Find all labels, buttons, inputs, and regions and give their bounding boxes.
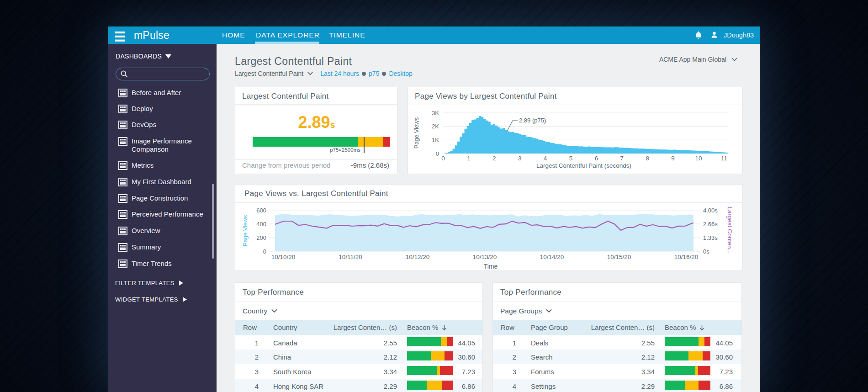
svg-text:Time: Time [484, 263, 498, 270]
svg-text:0: 0 [441, 155, 445, 162]
svg-text:9: 9 [671, 155, 675, 162]
svg-text:2: 2 [492, 155, 496, 162]
svg-text:Page Views: Page Views [242, 215, 249, 246]
svg-text:0: 0 [436, 150, 439, 157]
svg-text:10/15/20: 10/15/20 [607, 254, 631, 260]
svg-text:3: 3 [518, 155, 522, 162]
svg-text:10/11/20: 10/11/20 [339, 254, 362, 260]
svg-text:2K: 2K [432, 123, 439, 130]
svg-text:10: 10 [695, 155, 702, 162]
svg-text:1K: 1K [432, 137, 439, 143]
svg-text:10/14/20: 10/14/20 [540, 254, 564, 260]
svg-text:10/12/20: 10/12/20 [406, 254, 430, 260]
svg-text:10/13/20: 10/13/20 [473, 254, 497, 260]
svg-text:600: 600 [256, 207, 266, 214]
svg-text:10/10/20: 10/10/20 [271, 254, 296, 260]
svg-text:8: 8 [646, 155, 649, 162]
svg-text:6: 6 [595, 155, 598, 162]
svg-text:4: 4 [544, 155, 547, 162]
svg-text:Largest Conten...: Largest Conten... [726, 207, 733, 254]
svg-text:2.66s: 2.66s [703, 221, 718, 228]
svg-text:1: 1 [467, 155, 471, 162]
svg-text:1.33s: 1.33s [703, 234, 718, 241]
svg-text:400: 400 [256, 221, 266, 228]
svg-text:0: 0 [263, 248, 266, 255]
svg-text:3K: 3K [432, 110, 439, 117]
svg-text:Largest Contentful Paint (seco: Largest Contentful Paint (seconds) [536, 162, 631, 169]
svg-text:200: 200 [256, 234, 266, 241]
svg-text:10/16/20: 10/16/20 [674, 254, 699, 260]
svg-text:2.89 (p75): 2.89 (p75) [519, 117, 546, 124]
svg-text:0s: 0s [703, 248, 709, 255]
svg-text:Page Views: Page Views [413, 117, 420, 148]
svg-text:5: 5 [569, 155, 573, 162]
svg-text:7: 7 [620, 155, 624, 162]
svg-text:4.00s: 4.00s [703, 207, 718, 214]
svg-text:11: 11 [721, 155, 727, 162]
